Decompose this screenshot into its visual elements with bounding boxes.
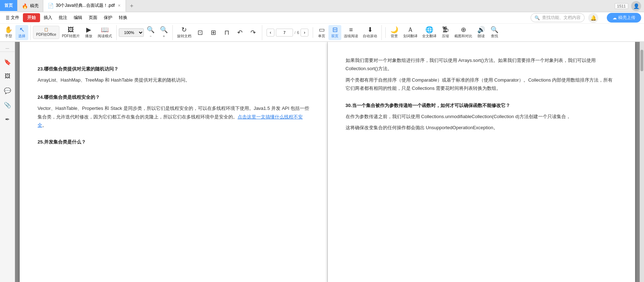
r-text2: 两个类都有用于自然排序（使用 Comparable）或基于标准的排序（使用 Co… [346,76,618,93]
scroll-thumb[interactable] [640,50,643,71]
rotate-label: 旋转文档 [177,34,191,39]
crop-icon: ⊓ [224,29,229,36]
crop-btn[interactable]: ⊓ [220,28,233,37]
tab-home[interactable]: 首页 [0,0,18,12]
translate-section-icon: Ａ [407,26,414,33]
pdf-view-area[interactable]: 23.哪些集合类提供对元素的随机访问？ ArrayList、HashMap、Tr… [15,42,640,282]
play-btn[interactable]: ▶ 播放 [82,25,95,40]
tab-draft[interactable]: 🔥 稿壳 [18,0,43,12]
menu-start-label: 开始 [27,15,36,21]
r-a30-part1: 在作为参数传递之前，我们可以使用 Collections.unmodifiabl… [346,112,618,121]
screenshot-compare-btn[interactable]: ⊕ 截图和对比 [452,25,474,40]
zoom-in-btn[interactable]: 🔍 ＋ [157,25,170,40]
draft-label: 稿壳 [30,3,39,9]
undo-btn[interactable]: ↶ [234,28,247,37]
notification-btn[interactable]: 🔔 [588,13,598,23]
pdf-to-image-btn[interactable]: 🖼 PDF转图片 [60,25,82,40]
new-tab-btn[interactable]: ＋ [126,0,137,12]
tool-group-basic: ✋ 手型 ↖ 选择 [2,25,31,40]
single-page-btn[interactable]: ▭ 单页 [315,25,328,40]
menu-edit[interactable]: 编辑 [71,13,85,22]
search-btn[interactable]: 🔍 查找 [488,25,501,40]
tab-close-btn[interactable]: ✕ [117,3,121,8]
tab-pdf[interactable]: 📄 30个Java经典...合面试题！.pdf ✕ [43,0,126,12]
sidebar-signature-btn[interactable]: ✒ [2,113,13,125]
pdf-to-image-label: PDF转图片 [62,34,80,39]
auto-scroll-btn[interactable]: ⬇ 自动滚动 [361,25,379,40]
pdf-two-column: 23.哪些集合类提供对元素的随机访问？ ArrayList、HashMap、Tr… [20,42,635,282]
zoom-out-icon: 🔍 [147,26,155,33]
single-page-icon: ▭ [319,26,325,33]
right-actions: 🔔 ☁ 稿壳上传 [588,13,641,23]
select-tool-btn[interactable]: ↖ 选择 [15,25,28,40]
full-translate-icon: 🌐 [425,26,433,33]
screenshot-compare-label: 截图和对比 [454,34,472,39]
toolbar-search[interactable]: 🔍 查找功能、文档内容 [531,13,585,22]
pdf-tab-label: 30个Java经典...合面试题！.pdf [56,3,115,9]
compress-icon: 🗜 [442,26,449,33]
compress-label: 压缩 [442,34,449,39]
right-scrollbar[interactable] [640,42,644,282]
menu-file[interactable]: ☰ 文件 [3,13,22,22]
pdf-to-office-label: PDF转Office [36,32,56,37]
hand-label: 手型 [5,34,12,39]
redo-btn[interactable]: ↷ [247,28,260,37]
select-label: 选择 [18,34,25,39]
current-page-input[interactable] [276,29,293,37]
r-a30-part2: 这将确保改变集合的任何操作都会抛出 UnsupportedOperationEx… [346,123,618,132]
upload-button[interactable]: ☁ 稿壳上传 [607,13,641,23]
read-aloud-label: 朗读 [478,34,485,39]
hand-icon: ✋ [5,26,13,33]
menu-annotate[interactable]: 批注 [56,13,70,22]
sidebar-image-btn[interactable]: 🖼 [2,70,13,82]
compress-btn[interactable]: 🗜 压缩 [439,25,452,40]
a24-text: Vector、HashTable、Properties 和 Stack 是同步类… [38,104,309,129]
sidebar-comment-btn[interactable]: 💬 [2,85,13,96]
menu-convert[interactable]: 转换 [116,13,130,22]
full-translate-label: 全文翻译 [422,34,436,39]
next-page-btn[interactable]: › [301,29,308,37]
r-q30-text: 30.当一个集合被作为参数传递给一个函数时，如何才可以确保函数不能修改它？ [346,101,618,110]
menu-protect[interactable]: 保护 [101,13,115,22]
menu-start[interactable]: 开始 [23,13,40,22]
zoom-out-btn[interactable]: 🔍 － [144,25,157,40]
double-page-btn[interactable]: ⊟ 双页 [328,25,341,40]
fit-page-btn[interactable]: ⊞ [207,28,220,37]
home-label: 首页 [4,3,13,9]
prev-page-btn[interactable]: ‹ [267,29,274,37]
read-aloud-btn[interactable]: 🔊 朗读 [475,25,488,40]
zoom-select[interactable]: 100% 75% 125% 150% [119,28,144,37]
r-text1: 如果我们需要对一个对象数组进行排序，我们可以使用 Arrays.sort()方法… [346,56,618,73]
total-pages: 6 [297,30,299,35]
tool-bar: ✋ 手型 ↖ 选择 📋 PDF转Office 🖼 PDF转图片 ▶ 播放 [0,24,644,42]
q24-text: 24.哪些集合类是线程安全的？ [38,93,309,101]
translate-section-btn[interactable]: Ａ 划词翻译 [401,25,420,40]
sidebar-bookmark-btn[interactable]: 🔖 [2,56,13,68]
tool-group-zoom: 100% 75% 125% 150% 🔍 － 🔍 ＋ [119,25,173,40]
screenshot-compare-icon: ⊕ [461,26,466,33]
user-avatar[interactable]: 👤 [631,1,641,11]
fit-page-icon: ⊞ [211,29,216,36]
fit-width-btn[interactable]: ⊡ [194,28,207,37]
pdf-to-office-btn[interactable]: 📋 PDF转Office [33,26,59,39]
draft-icon: 🔥 [22,3,28,9]
background-btn[interactable]: 🌙 背景 [388,25,401,40]
hand-tool-btn[interactable]: ✋ 手型 [2,25,15,40]
rotate-btn[interactable]: ↻ 旋转文档 [175,25,194,40]
continuous-btn[interactable]: ≡ 连续阅读 [342,25,360,40]
read-mode-btn[interactable]: 📖 阅读模式 [96,25,114,40]
sidebar-attachment-btn[interactable]: 📎 [2,99,13,111]
upload-icon: ☁ [613,15,617,20]
q25-text: 25.并发集合类是什么？ [38,138,309,146]
menu-insert[interactable]: 插入 [41,13,55,22]
page-separator: / [294,30,296,35]
rotate-icon: ↻ [181,26,187,33]
pdf-to-office-icon: 📋 [44,28,48,31]
full-translate-btn[interactable]: 🌐 全文翻译 [420,25,439,40]
double-page-icon: ⊟ [332,26,338,33]
menu-bar: ☰ 文件 开始 插入 批注 编辑 页面 保护 转换 🔍 查找功能、文档内容 🔔 … [0,12,644,24]
menu-page[interactable]: 页面 [86,13,100,22]
redo-icon: ↷ [250,29,256,36]
toolbar-area: ☰ 文件 开始 插入 批注 编辑 页面 保护 转换 🔍 查找功能、文档内容 🔔 … [0,12,644,42]
tool-group-view: ▭ 单页 ⊟ 双页 ≡ 连续阅读 ⬇ 自动滚动 [315,25,382,40]
